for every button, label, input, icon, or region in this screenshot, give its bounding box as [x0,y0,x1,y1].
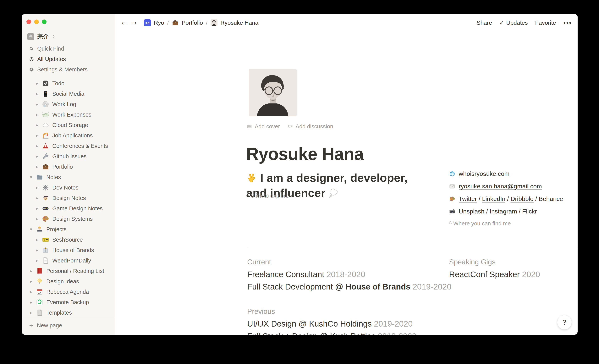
explore-note[interactable]: ^ Click to explore [246,193,289,199]
sidebar-page-social-media[interactable]: ▶Social Media [22,89,115,99]
folder-icon [36,174,43,181]
bank-icon [42,247,49,254]
sidebar-page-evernote-backup[interactable]: ▶Evernote Backup [22,297,115,307]
add-cover-button[interactable]: Add cover [247,123,280,130]
sidebar-page-design-ideas[interactable]: ▶Design Ideas [22,276,115,287]
circus-tent-icon [42,142,49,150]
toggle-collapsed-icon[interactable]: ▶ [29,311,33,315]
toggle-collapsed-icon[interactable]: ▶ [35,196,39,200]
link-ryosuke-san-hana-gmail-com[interactable]: ryosuke.san.hana@gmail.com [459,183,542,190]
sidebar-item-quick-find[interactable]: Quick Find [22,44,115,54]
ticket-icon [42,236,49,243]
sidebar-page-notes[interactable]: ▼Notes [22,172,115,182]
sidebar-page-job-applications[interactable]: ▶Job Applications [22,130,115,141]
briefcase-icon [172,19,179,26]
sidebar-page-design-notes[interactable]: ▶Design Notes [22,193,115,203]
sidebar-page-conferences-events[interactable]: ▶Conferences & Events [22,141,115,151]
toggle-collapsed-icon[interactable]: ▶ [35,123,39,127]
template-page-icon [36,309,43,316]
toggle-collapsed-icon[interactable]: ▶ [29,301,33,304]
toggle-collapsed-icon[interactable]: ▶ [29,269,33,273]
breadcrumb-ryo[interactable]: 亮介Ryo [144,19,164,26]
link-linkedin[interactable]: LinkedIn [482,195,505,202]
page-icon [42,257,49,264]
topbar-actions: Share ✓ Updates Favorite ••• [477,19,572,27]
sidebar-page-cloud-storage[interactable]: ▶Cloud Storage [22,120,115,130]
zoom-window-button[interactable] [42,19,46,24]
more-options-button[interactable]: ••• [563,19,572,27]
speech-bubble-icon [288,124,293,129]
toggle-collapsed-icon[interactable]: ▶ [35,144,39,148]
toggle-collapsed-icon[interactable]: ▶ [35,134,39,137]
sidebar-page-projects[interactable]: ▼Projects [22,224,115,234]
gear-emoji-icon [42,184,49,191]
sidebar-page-rebecca-agenda[interactable]: ▶17Rebecca Agenda [22,287,115,297]
globe-icon [449,171,455,177]
section-speaking: Speaking GigsReactConf Speaker 2020 [449,258,578,282]
sidebar-page-templates[interactable]: ▶Templates [22,307,115,318]
sidebar-page-dev-notes[interactable]: ▶Dev Notes [22,182,115,193]
contact-row: Unsplash / Instagram / Flickr [449,205,563,218]
section-heading: Speaking Gigs [449,258,578,266]
toggle-collapsed-icon[interactable]: ▶ [35,82,39,85]
sidebar-page-personal-reading-list[interactable]: ▶Personal / Reading List [22,266,115,276]
updates-button[interactable]: ✓ Updates [499,19,528,26]
contact-row: whoisryosuke.com [449,168,563,180]
workspace-switcher[interactable]: 亮 亮介 [27,33,56,41]
sidebar-page-portfolio[interactable]: ▶Portfolio [22,161,115,172]
toggle-collapsed-icon[interactable]: ▶ [35,155,39,158]
todo-checkbox-icon [42,80,49,87]
sidebar-page-design-systems[interactable]: ▶Design Systems [22,214,115,224]
toggle-collapsed-icon[interactable]: ▶ [29,280,33,283]
toggle-collapsed-icon[interactable]: ▶ [35,259,39,262]
sidebar-item-all-updates[interactable]: All Updates [22,54,115,64]
sidebar-page-weedporndaily[interactable]: ▶WeedPornDaily [22,255,115,266]
toggle-collapsed-icon[interactable]: ▶ [35,92,39,96]
check-icon: ✓ [499,20,504,26]
breadcrumb-separator: / [206,20,208,26]
find-me-note[interactable]: ^ Where you can find me [449,220,563,227]
minimize-window-button[interactable] [34,19,39,24]
back-button[interactable]: ← [122,20,127,26]
favorite-button[interactable]: Favorite [535,19,556,26]
breadcrumb-ryosuke-hana[interactable]: Ryosuke Hana [211,19,258,26]
sidebar-page-game-design-notes[interactable]: ▶Game Design Notes [22,203,115,214]
add-discussion-button[interactable]: Add discussion [288,123,333,130]
close-window-button[interactable] [26,19,31,24]
sidebar: 亮 亮介 Quick FindAll UpdatesSettings & Mem… [22,14,115,335]
sidebar-page-seshsource[interactable]: ▶SeshSource [22,234,115,245]
toggle-collapsed-icon[interactable]: ▶ [35,102,39,106]
page-title[interactable]: Ryosuke Hana [246,144,364,164]
toggle-collapsed-icon[interactable]: ▶ [35,165,39,169]
sidebar-page-todo[interactable]: ▶Todo [22,78,115,89]
sidebar-page-house-of-brands[interactable]: ▶House of Brands [22,245,115,255]
toggle-collapsed-icon[interactable]: ▶ [35,186,39,189]
toggle-collapsed-icon[interactable]: ▶ [35,113,39,116]
link-whoisryosuke-com[interactable]: whoisryosuke.com [459,170,510,177]
contact-row: Twitter / LinkedIn / Dribbble / Behance [449,193,563,205]
toggle-expanded-icon[interactable]: ▼ [29,176,33,179]
toggle-expanded-icon[interactable]: ▼ [29,228,33,231]
sidebar-page-work-expenses[interactable]: ▶Work Expenses [22,109,115,120]
share-button[interactable]: Share [477,19,492,26]
toggle-collapsed-icon[interactable]: ▶ [35,249,39,252]
sidebar-page-github-issues[interactable]: ▶Github Issues [22,151,115,161]
avatar-photo [211,19,218,26]
toggle-collapsed-icon[interactable]: ▶ [29,290,33,294]
toggle-collapsed-icon[interactable]: ▶ [35,238,39,242]
page-icon-photo[interactable] [249,69,297,116]
help-button[interactable]: ? [557,315,572,330]
toggle-collapsed-icon[interactable]: ▶ [35,217,39,221]
breadcrumb: 亮介Ryo/Portfolio/Ryosuke Hana [144,19,258,26]
sidebar-page-work-log[interactable]: ▶Work Log [22,99,115,109]
breadcrumb-portfolio[interactable]: Portfolio [172,19,203,26]
sidebar-item-settings-members[interactable]: Settings & Members [22,64,115,75]
victory-hand-icon [246,173,257,183]
forward-button[interactable]: → [132,20,137,26]
toggle-collapsed-icon[interactable]: ▶ [35,207,39,210]
notion-window: 亮 亮介 Quick FindAll UpdatesSettings & Mem… [22,14,578,335]
new-page-button[interactable]: New page [22,318,115,329]
link-dribbble[interactable]: Dribbble [511,195,534,202]
work-entry: UI/UX Design @ KushCo Holdings 2019-2020 [247,319,452,329]
link-twitter[interactable]: Twitter [459,195,477,202]
